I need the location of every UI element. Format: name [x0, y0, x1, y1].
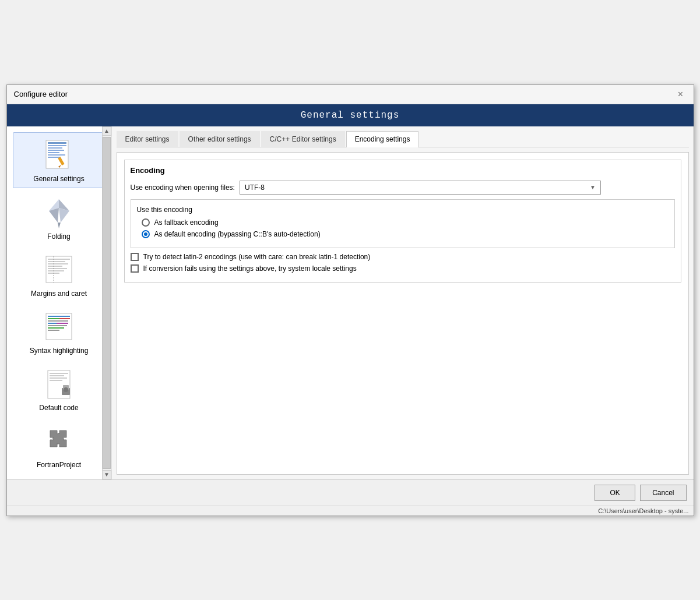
radio-fallback-label: As fallback encoding — [154, 218, 219, 227]
folding-icon — [41, 195, 76, 230]
encoding-value: UTF-8 — [245, 183, 265, 192]
svg-rect-3 — [48, 147, 62, 149]
radio-default-label: As default encoding (bypassing C::B's au… — [154, 230, 321, 238]
svg-rect-25 — [48, 316, 70, 317]
svg-rect-37 — [50, 377, 67, 379]
svg-point-41 — [64, 387, 68, 392]
tabs-bar: Editor settings Other editor settings C/… — [117, 131, 689, 147]
svg-rect-32 — [48, 327, 64, 329]
scroll-up[interactable]: ▲ — [102, 126, 111, 136]
svg-rect-26 — [48, 318, 59, 319]
sidebar-label-margins: Margins and caret — [31, 290, 87, 298]
title-bar: Configure editor × — [7, 85, 694, 104]
sidebar-item-folding[interactable]: Folding — [13, 190, 105, 245]
sidebar-label-syntax: Syntax highlighting — [30, 347, 89, 355]
encoding-section: Encoding Use encoding when opening files… — [124, 160, 681, 283]
sidebar: General settings Folding — [7, 126, 112, 479]
status-bar: C:\Users\user\Desktop - syste... — [7, 506, 694, 516]
sidebar-item-margins-caret[interactable]: Margins and caret — [13, 248, 105, 302]
tab-content-encoding: Encoding Use encoding when opening files… — [117, 152, 689, 475]
status-text: C:\Users\user\Desktop - syste... — [598, 507, 688, 514]
svg-rect-18 — [48, 263, 68, 264]
use-encoding-label: Use encoding when opening files: — [131, 183, 235, 192]
sidebar-scrollbar[interactable]: ▲ ▼ — [102, 126, 111, 479]
svg-rect-16 — [48, 259, 70, 260]
syntax-icon — [41, 309, 76, 344]
svg-rect-28 — [48, 320, 68, 322]
svg-rect-15 — [46, 256, 72, 283]
checkbox-latin2-label: Try to detect latin-2 encodings (use wit… — [143, 253, 371, 261]
svg-rect-5 — [48, 152, 59, 153]
svg-rect-21 — [48, 270, 64, 271]
encoding-select[interactable]: UTF-8 ▼ — [240, 181, 601, 195]
default-code-icon — [41, 366, 76, 401]
sidebar-item-fortran[interactable]: FortranProject — [13, 419, 105, 474]
sidebar-item-syntax[interactable]: Syntax highlighting — [13, 305, 105, 359]
use-this-title: Use this encoding — [137, 206, 669, 214]
checkbox-locale[interactable] — [131, 264, 139, 273]
svg-rect-1 — [48, 142, 66, 144]
svg-rect-29 — [48, 323, 57, 324]
scroll-thumb[interactable] — [103, 137, 111, 469]
svg-rect-20 — [48, 268, 67, 269]
configure-editor-window: Configure editor × General settings — [6, 84, 694, 516]
tab-encoding-settings[interactable]: Encoding settings — [346, 131, 419, 147]
svg-rect-31 — [48, 325, 67, 326]
sidebar-item-default-code[interactable]: Default code — [13, 362, 105, 417]
svg-rect-35 — [50, 373, 68, 374]
radio-fallback-row: As fallback encoding — [137, 218, 669, 227]
sidebar-label-default-code: Default code — [39, 404, 78, 412]
svg-rect-38 — [50, 380, 62, 381]
header-title: General settings — [301, 110, 400, 121]
use-this-encoding-section: Use this encoding As fallback encoding A… — [131, 199, 675, 248]
footer-bar: OK Cancel — [7, 479, 694, 506]
svg-rect-19 — [48, 266, 62, 267]
content-area: General settings Folding — [7, 126, 694, 479]
svg-rect-30 — [57, 323, 68, 324]
close-button[interactable]: × — [675, 89, 687, 100]
scroll-down[interactable]: ▼ — [102, 470, 111, 479]
sidebar-item-general-settings[interactable]: General settings — [13, 132, 105, 188]
fortran-icon — [41, 423, 76, 458]
tab-other-editor-settings[interactable]: Other editor settings — [180, 131, 260, 147]
main-panel: Editor settings Other editor settings C/… — [112, 126, 694, 479]
header-bar: General settings — [7, 104, 694, 126]
tab-editor-settings[interactable]: Editor settings — [117, 131, 178, 147]
checkbox-locale-label: If conversion fails using the settings a… — [143, 264, 357, 273]
svg-rect-27 — [59, 318, 70, 319]
margins-caret-icon — [41, 252, 76, 287]
svg-rect-7 — [48, 157, 61, 158]
svg-marker-14 — [58, 223, 61, 228]
ok-button[interactable]: OK — [595, 485, 635, 501]
encoding-title: Encoding — [131, 166, 675, 175]
radio-default[interactable] — [142, 230, 150, 238]
dropdown-arrow: ▼ — [590, 184, 596, 190]
svg-rect-17 — [48, 261, 65, 262]
window-title: Configure editor — [14, 90, 68, 98]
sidebar-label-folding: Folding — [47, 232, 70, 241]
svg-rect-6 — [48, 154, 65, 156]
sidebar-label-fortran: FortranProject — [37, 461, 81, 469]
cancel-button[interactable]: Cancel — [640, 485, 686, 501]
general-settings-icon — [41, 137, 76, 172]
radio-fallback[interactable] — [142, 218, 150, 227]
tab-cpp-editor-settings[interactable]: C/C++ Editor settings — [261, 131, 345, 147]
checkbox-latin2[interactable] — [131, 253, 139, 261]
use-encoding-row: Use encoding when opening files: UTF-8 ▼ — [131, 181, 675, 195]
sidebar-label-general: General settings — [33, 175, 84, 183]
svg-rect-36 — [50, 375, 64, 376]
svg-rect-2 — [48, 145, 66, 146]
checkbox-latin2-row: Try to detect latin-2 encodings (use wit… — [131, 253, 675, 261]
checkbox-locale-row: If conversion fails using the settings a… — [131, 264, 675, 273]
svg-rect-33 — [48, 330, 59, 331]
svg-rect-24 — [46, 313, 72, 340]
radio-default-row: As default encoding (bypassing C::B's au… — [137, 230, 669, 238]
svg-rect-4 — [48, 150, 64, 151]
